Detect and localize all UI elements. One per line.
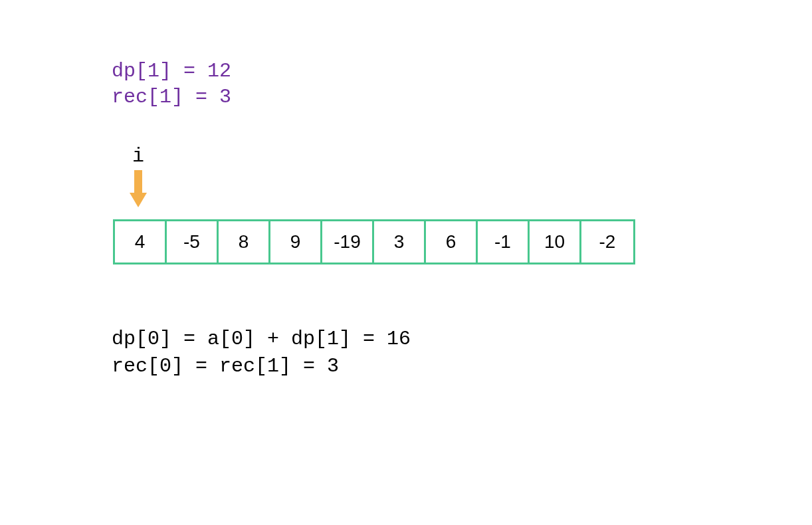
array-cell: -1 (478, 221, 530, 262)
array-visualization: 4 -5 8 9 -19 3 6 -1 10 -2 (113, 219, 635, 264)
computation-line-dp: dp[0] = a[0] + dp[1] = 16 (112, 326, 411, 353)
array-cell: 9 (270, 221, 322, 262)
computation-line-rec: rec[0] = rec[1] = 3 (112, 353, 411, 380)
array-cell: 4 (115, 221, 167, 262)
pointer-indicator: i (130, 145, 147, 207)
array-cell: -2 (581, 221, 633, 262)
array-cell: 10 (530, 221, 581, 262)
array-cell: -19 (322, 221, 374, 262)
svg-marker-1 (130, 193, 147, 207)
state-text: dp[1] = 12 rec[1] = 3 (112, 58, 231, 110)
arrow-down-icon (130, 170, 147, 207)
svg-rect-0 (134, 170, 142, 194)
state-line-dp: dp[1] = 12 (112, 58, 231, 84)
array-cell: -5 (167, 221, 219, 262)
state-line-rec: rec[1] = 3 (112, 84, 231, 110)
array-cell: 8 (219, 221, 270, 262)
array-cell: 3 (374, 221, 426, 262)
pointer-label: i (132, 145, 144, 167)
computation-text: dp[0] = a[0] + dp[1] = 16 rec[0] = rec[1… (112, 326, 411, 379)
array-cell: 6 (426, 221, 478, 262)
